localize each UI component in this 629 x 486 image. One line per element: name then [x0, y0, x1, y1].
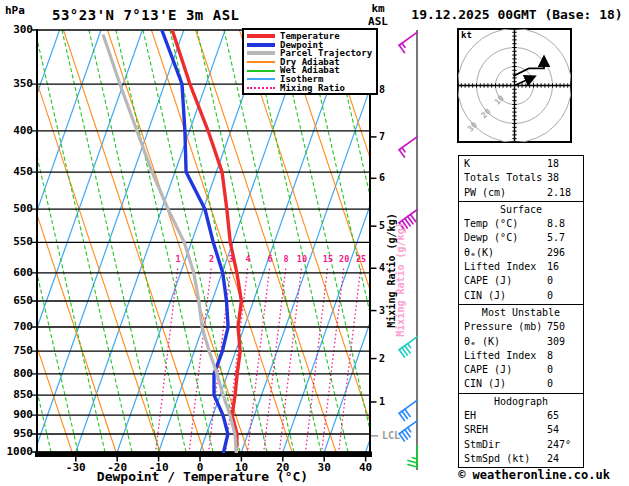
- stats-row: Totals Totals38: [459, 171, 583, 185]
- x-tick-label: -20: [95, 461, 139, 474]
- stats-section-header: Surface: [459, 203, 583, 217]
- mixing-ratio-value-label: 3: [222, 254, 240, 264]
- stats-row-label: θₑ(K): [464, 247, 494, 258]
- stats-row: Dewp (°C)5.7: [459, 231, 583, 245]
- stats-section-header: Hodograph: [459, 395, 583, 409]
- pressure-tick-label: 750: [0, 344, 33, 357]
- legend: TemperatureDewpointParcel TrajectoryDry …: [242, 28, 378, 95]
- stats-row: PW (cm)2.18: [459, 186, 583, 200]
- barb-feather: [402, 148, 405, 152]
- mixing-ratio-value-label: 1: [169, 254, 187, 264]
- stats-row: CIN (J)0: [459, 289, 583, 303]
- stats-row-value: 296: [547, 246, 565, 260]
- wet-adiabat-line: [116, 30, 213, 452]
- x-tick-label: -10: [137, 461, 181, 474]
- stats-row-value: 0: [547, 363, 553, 377]
- wind-barb: [399, 400, 417, 420]
- stats-row-value: 2.18: [547, 186, 571, 200]
- stats-row-label: CAPE (J): [464, 364, 512, 375]
- stats-row: Lifted Index16: [459, 260, 583, 274]
- pressure-tick-label: 450: [0, 165, 33, 178]
- stats-row-value: 750: [547, 320, 565, 334]
- mixing-ratio-value-label: 10: [293, 254, 311, 264]
- stats-row-value: 24: [547, 452, 559, 466]
- barb-feather: [402, 43, 405, 47]
- wet-adiabat-line: [35, 30, 132, 452]
- wind-barb: [399, 137, 417, 157]
- stats-row-value: 309: [547, 335, 565, 349]
- barb-feather: [408, 465, 417, 468]
- stats-row: StmSpd (kt)24: [459, 452, 583, 466]
- stats-row: K18: [459, 157, 583, 171]
- wet-adiabat-line: [143, 30, 240, 452]
- mixing-ratio-line: [306, 269, 328, 452]
- wind-barb: [408, 446, 417, 467]
- mixing-ratio-line: [279, 269, 301, 452]
- mixing-ratio-value-label: 4: [239, 254, 257, 264]
- stats-row-label: CIN (J): [464, 378, 506, 389]
- pressure-tick-label: 400: [0, 124, 33, 137]
- x-tick-label: 30: [302, 461, 346, 474]
- stats-row-label: θₑ (K): [464, 336, 500, 347]
- mixing-ratio-value-label: 20: [335, 254, 353, 264]
- km-tick-label: 6: [379, 172, 385, 183]
- legend-line-sample: [247, 61, 275, 63]
- stats-row-label: CIN (J): [464, 290, 506, 301]
- skewt-sounding-app: 102030 hPa 53°23'N 7°13'E 3m ASL km ASL …: [0, 0, 629, 486]
- stats-row-label: CAPE (J): [464, 275, 512, 286]
- stats-row-label: Lifted Index: [464, 350, 536, 361]
- stats-row-value: 18: [547, 157, 559, 171]
- stats-row-label: PW (cm): [464, 187, 506, 198]
- legend-line-sample: [247, 43, 275, 47]
- km-tick-label: 4: [379, 262, 385, 273]
- pressure-axis-unit: hPa: [5, 4, 25, 17]
- stats-row: SREH54: [459, 423, 583, 437]
- lcl-label: LCL: [382, 430, 400, 441]
- mixing-ratio-value-label: 25: [352, 254, 370, 264]
- stats-row-value: 16: [547, 260, 559, 274]
- stats-row: CAPE (J)0: [459, 274, 583, 288]
- wet-adiabat-line: [62, 30, 159, 452]
- run-datetime: 19.12.2025 00GMT (Base: 18): [406, 7, 628, 22]
- stats-row-label: EH: [464, 410, 476, 421]
- pressure-tick-label: 900: [0, 408, 33, 421]
- stats-row-label: K: [464, 158, 470, 169]
- mixing-ratio-axis-label: Mixing Ratio (g/kg): [386, 196, 397, 346]
- dry-adiabat-line: [19, 30, 160, 452]
- wind-barb: [399, 421, 417, 441]
- hodograph-unit-label: kt: [461, 30, 472, 40]
- stats-row: CAPE (J)0: [459, 363, 583, 377]
- stats-row: CIN (J)0: [459, 377, 583, 391]
- parcel-trajectory-curve: [104, 36, 237, 452]
- mixing-ratio-line: [226, 269, 248, 452]
- altitude-axis-unit: km ASL: [360, 2, 396, 28]
- x-tick-label: -30: [54, 461, 98, 474]
- pressure-tick-label: 650: [0, 294, 33, 307]
- km-tick-label: 7: [379, 131, 385, 142]
- legend-item: Mixing Ratio: [247, 84, 373, 93]
- pressure-tick-label: 950: [0, 427, 33, 440]
- x-tick-label: 20: [261, 461, 305, 474]
- stats-row: Pressure (mb)750: [459, 320, 583, 334]
- stats-section: HodographEH65SREH54StmDir247°StmSpd (kt)…: [459, 393, 583, 467]
- stats-row-value: 8.8: [547, 217, 565, 231]
- barb-feather: [408, 461, 417, 464]
- stats-row-label: SREH: [464, 424, 488, 435]
- bottom-axis-bar: [35, 452, 372, 458]
- stats-row-value: 247°: [547, 438, 571, 452]
- stats-row-label: Totals Totals: [464, 172, 542, 183]
- stats-row-value: 0: [547, 289, 553, 303]
- mixing-ratio-line: [322, 269, 344, 452]
- legend-line-sample: [247, 34, 275, 38]
- pressure-tick-label: 500: [0, 202, 33, 215]
- stats-row-label: StmDir: [464, 439, 500, 450]
- wet-adiabat-line: [89, 30, 186, 452]
- isotherm-line: [76, 30, 225, 452]
- pressure-tick-label: 850: [0, 388, 33, 401]
- mixing-ratio-line: [189, 269, 211, 452]
- x-tick-label: 10: [219, 461, 263, 474]
- stats-row-value: 0: [547, 377, 553, 391]
- pressure-tick-label: 550: [0, 235, 33, 248]
- stats-row-value: 5.7: [547, 231, 565, 245]
- dry-adiabat-line: [107, 30, 248, 452]
